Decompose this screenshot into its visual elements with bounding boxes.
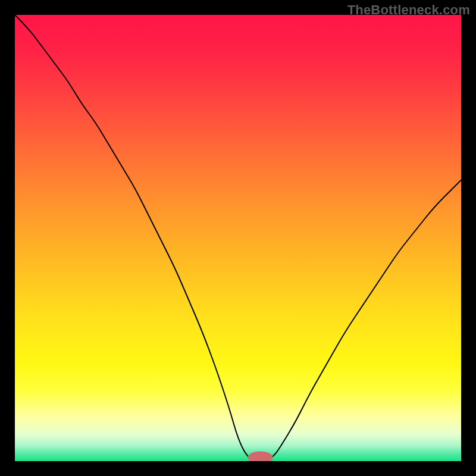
chart-frame: TheBottleneck.com <box>0 0 476 476</box>
chart-background <box>15 15 461 461</box>
watermark-text: TheBottleneck.com <box>347 2 470 18</box>
plot-area <box>15 15 461 461</box>
chart-svg <box>15 15 461 461</box>
